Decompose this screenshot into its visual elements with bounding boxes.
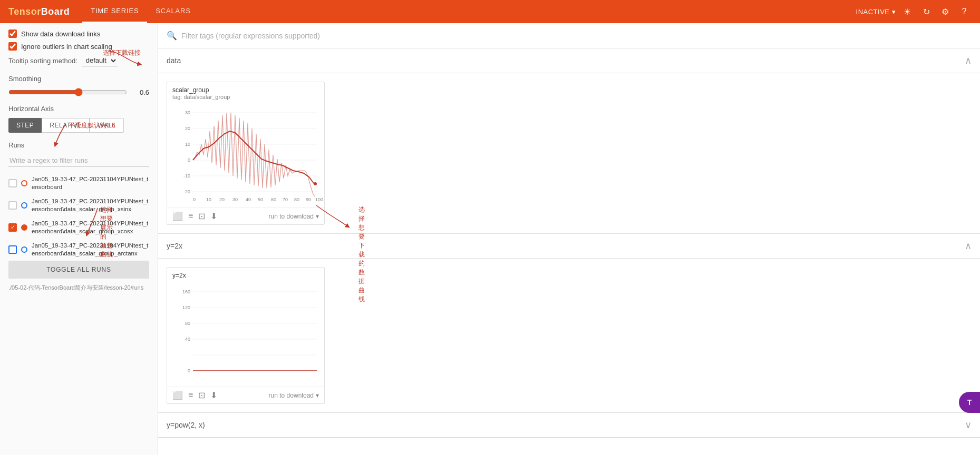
fit-icon[interactable]: ⊡ [198,211,205,221]
nav-time-series[interactable]: TIME SERIES [82,0,147,23]
scalar-group-chart-title: scalar_group [172,86,319,94]
data-charts-area: scalar_group tag: data/scalar_group [158,73,980,233]
svg-text:120: 120 [182,305,190,310]
ypow2x-section-panel: y=pow(2, x) ∨ [158,413,980,438]
haxis-relative-button[interactable]: RELATIVE [42,118,90,133]
y2x-chart-footer: ⬜ ≡ ⊡ ⬇ run to download ▾ [167,387,324,403]
svg-text:-10: -10 [183,173,190,179]
svg-text:10: 10 [185,142,190,147]
smoothing-slider[interactable] [8,88,127,96]
help-icon[interactable]: ? [957,4,972,19]
svg-text:10: 10 [206,197,211,202]
run-to-download-label: run to download [269,213,314,220]
scalar-group-chart-footer: ⬜ ≡ ⊡ ⬇ run to download ▾ [167,207,324,224]
download-icon[interactable]: ⬇ [210,211,217,221]
show-data-download-label: Show data download links [21,30,100,38]
run-item[interactable]: Jan05_19-33-47_PC-20231104YPUNtest_tenso… [8,194,149,216]
nav-links: TIME SERIES SCALARS [82,0,199,23]
smoothing-row: 0.6 [8,88,149,96]
run2-label: Jan05_19-33-47_PC-20231104YPUNtest_tenso… [32,197,149,213]
chevron-down-icon[interactable]: ▾ [892,8,896,16]
expand-icon[interactable]: ⬜ [172,390,183,400]
y2x-svg: 160 120 80 40 0 [167,281,324,387]
nav-scalars[interactable]: SCALARS [147,0,199,23]
run-item[interactable]: ✓ Jan05_19-33-47_PC-20231104YPUNtest_ten… [8,216,149,239]
topnav: TensorBoard TIME SERIES SCALARS INACTIVE… [0,0,980,23]
svg-text:0: 0 [188,368,190,373]
haxis-wall-button[interactable]: WALL [90,118,123,133]
svg-text:50: 50 [258,197,263,202]
filter-bar: 🔍 [158,23,980,48]
y2x-chart-header: y=2x [167,268,324,281]
svg-text:40: 40 [246,197,251,202]
download-icon[interactable]: ⬇ [210,390,217,400]
y2x-run-to-download-selector[interactable]: run to download ▾ [269,392,319,399]
y2x-run-to-download-label: run to download [269,392,314,399]
svg-text:20: 20 [219,197,225,202]
show-data-download-checkbox[interactable] [8,29,17,38]
tooltip-sorting-label: Tooltip sorting method: [8,57,77,65]
show-data-download-row: Show data download links [8,29,149,38]
ypow2x-section-header[interactable]: y=pow(2, x) ∨ [158,413,980,438]
data-section-title: data [167,56,181,65]
run2-color-dot [21,202,27,209]
smoothing-value: 0.6 [133,88,149,96]
sun-icon[interactable]: ☀ [900,4,915,19]
y2x-chart-title: y=2x [172,272,319,279]
svg-text:-20: -20 [183,189,190,194]
run-item[interactable]: Jan05_19-33-47_PC-20231104YPUNtest_tenso… [8,239,149,261]
svg-text:80: 80 [185,321,190,326]
horizontal-axis-buttons: STEP RELATIVE WALL [8,118,149,133]
run4-checkbox[interactable] [8,245,17,254]
data-section-panel: data ∧ scalar_group tag: data/scalar_gro… [158,48,980,234]
scalar-group-chart-header: scalar_group tag: data/scalar_group [167,82,324,102]
svg-point-24 [314,182,317,185]
y2x-section-header[interactable]: y=2x ∧ [158,234,980,259]
main-content: 🔍 data ∧ scalar_group tag: data/scalar_g… [158,23,980,455]
y2x-section-chevron-icon: ∧ [965,240,972,252]
scalar-group-chart-card: scalar_group tag: data/scalar_group [167,82,325,225]
tooltip-sorting-select[interactable]: default [82,55,118,66]
run4-color-dot [21,246,27,253]
toggle-all-runs-button[interactable]: TOGGLE ALL RUNS [8,261,149,279]
y2x-chart-footer-icons: ⬜ ≡ ⊡ ⬇ [172,390,217,400]
run1-checkbox[interactable] [8,179,17,187]
main-layout: Show data download links Ignore outliers… [0,23,980,455]
run1-label: Jan05_19-33-47_PC-20231104YPUNtest_tenso… [32,175,149,191]
topnav-right: INACTIVE ▾ ☀ ↻ ⚙ ? [856,4,972,19]
tooltip-sorting-row: Tooltip sorting method: default [8,55,149,66]
runs-label: Runs [8,141,149,149]
haxis-step-button[interactable]: STEP [8,118,42,133]
svg-text:0: 0 [193,197,196,202]
run3-checkbox[interactable]: ✓ [8,223,17,232]
settings-icon[interactable]: ⚙ [938,4,953,19]
data-section-header[interactable]: data ∧ [158,48,980,73]
svg-text:30: 30 [185,110,190,115]
list-icon[interactable]: ≡ [188,211,193,221]
svg-text:70: 70 [283,197,288,202]
expand-icon[interactable]: ⬜ [172,211,183,221]
run-item[interactable]: Jan05_19-33-47_PC-20231104YPUNtest_tenso… [8,172,149,194]
status-indicator: INACTIVE ▾ [856,8,896,16]
svg-text:160: 160 [182,289,190,294]
fit-icon[interactable]: ⊡ [198,390,205,400]
run-to-download-selector[interactable]: run to download ▾ [269,213,319,220]
ypow2x-section-title: y=pow(2, x) [167,421,205,429]
list-icon[interactable]: ≡ [188,390,193,400]
y2x-section-title: y=2x [167,242,182,250]
filter-tags-input[interactable] [181,32,972,40]
ignore-outliers-label: Ignore outliers in chart scaling [21,43,112,51]
ignore-outliers-checkbox[interactable] [8,42,17,51]
runs-filter-input[interactable] [8,154,149,167]
purple-circle-button[interactable]: T [959,392,980,413]
smoothing-label: Smoothing [8,75,149,83]
chart-footer-icons: ⬜ ≡ ⊡ ⬇ [172,211,217,221]
scalar-group-chart-svg-area: 30 20 10 0 -10 -20 0 10 20 30 40 [167,102,324,207]
chevron-down-icon: ▾ [316,392,319,399]
y2x-section-panel: y=2x ∧ y=2x [158,234,980,413]
horizontal-axis-section: Horizontal Axis STEP RELATIVE WALL [8,105,149,133]
run2-checkbox[interactable] [8,201,17,210]
refresh-icon[interactable]: ↻ [919,4,934,19]
svg-text:80: 80 [294,197,299,202]
sidebar: Show data download links Ignore outliers… [0,23,158,455]
